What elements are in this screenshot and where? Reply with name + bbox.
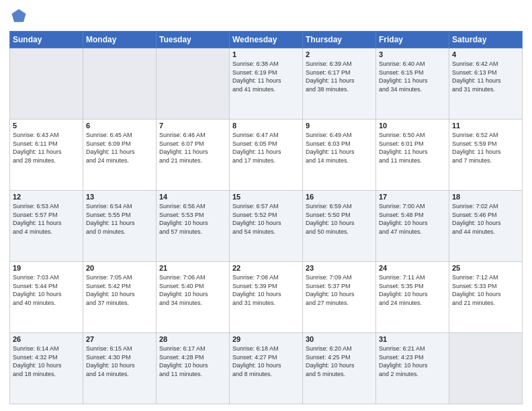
calendar-cell <box>449 333 523 404</box>
weekday-saturday: Saturday <box>449 32 523 48</box>
day-number: 28 <box>159 335 226 343</box>
day-number: 29 <box>232 335 300 343</box>
day-number: 2 <box>306 50 373 58</box>
calendar-cell: 15Sunrise: 6:57 AM Sunset: 5:52 PM Dayli… <box>230 191 303 262</box>
day-number: 6 <box>86 122 153 130</box>
calendar-cell: 4Sunrise: 6:42 AM Sunset: 6:13 PM Daylig… <box>449 48 523 120</box>
day-info: Sunrise: 6:21 AM Sunset: 4:23 PM Dayligh… <box>379 345 446 378</box>
calendar-cell: 19Sunrise: 7:03 AM Sunset: 5:44 PM Dayli… <box>10 262 83 333</box>
svg-marker-0 <box>12 9 26 22</box>
day-number: 10 <box>379 122 446 130</box>
calendar-cell: 6Sunrise: 6:45 AM Sunset: 6:09 PM Daylig… <box>83 120 157 191</box>
calendar-cell: 11Sunrise: 6:52 AM Sunset: 5:59 PM Dayli… <box>449 120 523 191</box>
day-number: 16 <box>306 193 373 201</box>
day-info: Sunrise: 7:09 AM Sunset: 5:37 PM Dayligh… <box>306 273 373 307</box>
weekday-wednesday: Wednesday <box>230 32 303 48</box>
day-number: 9 <box>306 122 373 130</box>
calendar-cell: 3Sunrise: 6:40 AM Sunset: 6:15 PM Daylig… <box>376 48 449 120</box>
calendar-cell: 9Sunrise: 6:49 AM Sunset: 6:03 PM Daylig… <box>303 120 376 191</box>
day-number: 21 <box>159 264 226 272</box>
calendar-cell: 12Sunrise: 6:53 AM Sunset: 5:57 PM Dayli… <box>10 191 83 262</box>
day-number: 26 <box>13 335 80 343</box>
day-number: 8 <box>232 122 300 130</box>
calendar-row-0: 1Sunrise: 6:38 AM Sunset: 6:19 PM Daylig… <box>10 48 523 120</box>
day-info: Sunrise: 6:43 AM Sunset: 6:11 PM Dayligh… <box>13 131 80 165</box>
calendar-cell: 2Sunrise: 6:39 AM Sunset: 6:17 PM Daylig… <box>303 48 376 120</box>
day-info: Sunrise: 6:54 AM Sunset: 5:55 PM Dayligh… <box>86 202 153 236</box>
day-number: 20 <box>86 264 153 272</box>
calendar-cell: 16Sunrise: 6:59 AM Sunset: 5:50 PM Dayli… <box>303 191 376 262</box>
weekday-thursday: Thursday <box>303 32 376 48</box>
day-number: 30 <box>306 335 373 343</box>
day-info: Sunrise: 6:45 AM Sunset: 6:09 PM Dayligh… <box>86 131 153 165</box>
calendar-row-4: 26Sunrise: 6:14 AM Sunset: 4:32 PM Dayli… <box>10 333 523 404</box>
day-info: Sunrise: 6:42 AM Sunset: 6:13 PM Dayligh… <box>452 60 519 93</box>
calendar-cell: 28Sunrise: 6:17 AM Sunset: 4:28 PM Dayli… <box>157 333 230 404</box>
calendar-cell: 7Sunrise: 6:46 AM Sunset: 6:07 PM Daylig… <box>157 120 230 191</box>
day-info: Sunrise: 7:12 AM Sunset: 5:33 PM Dayligh… <box>452 273 519 307</box>
day-number: 23 <box>306 264 373 272</box>
day-number: 17 <box>379 193 446 201</box>
day-info: Sunrise: 6:50 AM Sunset: 6:01 PM Dayligh… <box>379 131 446 165</box>
calendar-cell: 17Sunrise: 7:00 AM Sunset: 5:48 PM Dayli… <box>376 191 449 262</box>
weekday-sunday: Sunday <box>10 32 83 48</box>
day-number: 14 <box>159 193 226 201</box>
calendar-row-2: 12Sunrise: 6:53 AM Sunset: 5:57 PM Dayli… <box>10 191 523 262</box>
calendar-row-1: 5Sunrise: 6:43 AM Sunset: 6:11 PM Daylig… <box>10 120 523 191</box>
logo-icon <box>9 7 28 26</box>
day-info: Sunrise: 6:56 AM Sunset: 5:53 PM Dayligh… <box>159 202 226 236</box>
calendar-cell: 21Sunrise: 7:06 AM Sunset: 5:40 PM Dayli… <box>157 262 230 333</box>
day-info: Sunrise: 6:14 AM Sunset: 4:32 PM Dayligh… <box>13 345 80 378</box>
calendar-cell: 18Sunrise: 7:02 AM Sunset: 5:46 PM Dayli… <box>449 191 523 262</box>
calendar-cell <box>83 48 157 120</box>
day-number: 1 <box>232 50 300 58</box>
calendar-cell: 13Sunrise: 6:54 AM Sunset: 5:55 PM Dayli… <box>83 191 157 262</box>
weekday-friday: Friday <box>376 32 449 48</box>
day-number: 12 <box>13 193 80 201</box>
calendar-cell: 8Sunrise: 6:47 AM Sunset: 6:05 PM Daylig… <box>230 120 303 191</box>
day-number: 19 <box>13 264 80 272</box>
day-info: Sunrise: 6:39 AM Sunset: 6:17 PM Dayligh… <box>306 60 373 93</box>
day-info: Sunrise: 6:49 AM Sunset: 6:03 PM Dayligh… <box>306 131 373 165</box>
day-info: Sunrise: 6:17 AM Sunset: 4:28 PM Dayligh… <box>159 345 226 378</box>
calendar-cell: 14Sunrise: 6:56 AM Sunset: 5:53 PM Dayli… <box>157 191 230 262</box>
calendar-cell: 23Sunrise: 7:09 AM Sunset: 5:37 PM Dayli… <box>303 262 376 333</box>
calendar-cell: 25Sunrise: 7:12 AM Sunset: 5:33 PM Dayli… <box>449 262 523 333</box>
header <box>9 7 523 26</box>
day-info: Sunrise: 6:15 AM Sunset: 4:30 PM Dayligh… <box>86 345 153 378</box>
day-info: Sunrise: 6:47 AM Sunset: 6:05 PM Dayligh… <box>232 131 300 165</box>
weekday-header-row: SundayMondayTuesdayWednesdayThursdayFrid… <box>10 32 523 48</box>
calendar-cell: 29Sunrise: 6:18 AM Sunset: 4:27 PM Dayli… <box>230 333 303 404</box>
logo <box>9 7 31 26</box>
weekday-monday: Monday <box>83 32 157 48</box>
day-info: Sunrise: 7:03 AM Sunset: 5:44 PM Dayligh… <box>13 273 80 307</box>
calendar-cell: 10Sunrise: 6:50 AM Sunset: 6:01 PM Dayli… <box>376 120 449 191</box>
day-info: Sunrise: 6:18 AM Sunset: 4:27 PM Dayligh… <box>232 345 300 378</box>
calendar-cell <box>10 48 83 120</box>
day-number: 15 <box>232 193 300 201</box>
day-info: Sunrise: 6:40 AM Sunset: 6:15 PM Dayligh… <box>379 60 446 93</box>
day-number: 27 <box>86 335 153 343</box>
calendar-cell: 31Sunrise: 6:21 AM Sunset: 4:23 PM Dayli… <box>376 333 449 404</box>
day-number: 3 <box>379 50 446 58</box>
day-info: Sunrise: 6:57 AM Sunset: 5:52 PM Dayligh… <box>232 202 300 236</box>
calendar-cell: 20Sunrise: 7:05 AM Sunset: 5:42 PM Dayli… <box>83 262 157 333</box>
day-info: Sunrise: 7:02 AM Sunset: 5:46 PM Dayligh… <box>452 202 519 236</box>
page: SundayMondayTuesdayWednesdayThursdayFrid… <box>0 0 532 411</box>
calendar-cell: 24Sunrise: 7:11 AM Sunset: 5:35 PM Dayli… <box>376 262 449 333</box>
calendar-cell: 1Sunrise: 6:38 AM Sunset: 6:19 PM Daylig… <box>230 48 303 120</box>
day-number: 25 <box>452 264 519 272</box>
day-info: Sunrise: 6:20 AM Sunset: 4:25 PM Dayligh… <box>306 345 373 378</box>
day-info: Sunrise: 6:53 AM Sunset: 5:57 PM Dayligh… <box>13 202 80 236</box>
day-number: 13 <box>86 193 153 201</box>
day-number: 7 <box>159 122 226 130</box>
day-number: 31 <box>379 335 446 343</box>
calendar-cell <box>157 48 230 120</box>
day-info: Sunrise: 7:05 AM Sunset: 5:42 PM Dayligh… <box>86 273 153 307</box>
day-number: 24 <box>379 264 446 272</box>
calendar-cell: 26Sunrise: 6:14 AM Sunset: 4:32 PM Dayli… <box>10 333 83 404</box>
day-info: Sunrise: 7:11 AM Sunset: 5:35 PM Dayligh… <box>379 273 446 307</box>
day-number: 5 <box>13 122 80 130</box>
day-info: Sunrise: 6:38 AM Sunset: 6:19 PM Dayligh… <box>232 60 300 93</box>
day-info: Sunrise: 6:52 AM Sunset: 5:59 PM Dayligh… <box>452 131 519 165</box>
